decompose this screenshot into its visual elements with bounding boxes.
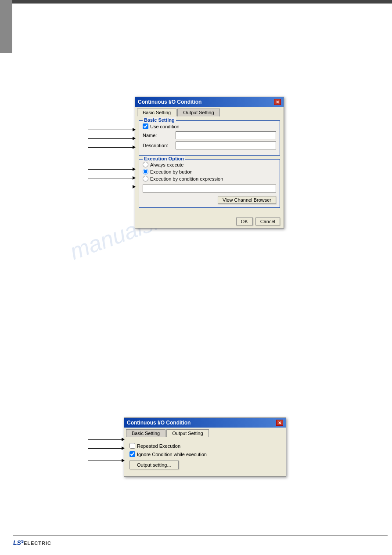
arrow-line-1 [88,130,135,130]
ignore-condition-label: Ignore Condition while execution [137,452,207,457]
basic-setting-group: Basic Setting Use condition Name: Descri… [139,120,280,156]
use-condition-checkbox[interactable] [143,123,148,129]
output-setting-row: Output setting... [129,461,281,469]
execution-by-button-row: Execution by button [143,169,276,174]
arrow-line-7 [88,439,124,440]
execution-option-group: Execution Option Always execute Executio… [139,159,280,208]
use-condition-label: Use condition [150,124,180,129]
name-field-row: Name: [143,131,276,139]
bottom-logo: LSSELECTRIC [13,535,388,546]
tab-bar-1: Basic Setting Output Setting [135,107,284,116]
side-decoration-bar [0,0,12,53]
ignore-condition-checkbox[interactable] [129,451,135,457]
dialog-close-button-2[interactable]: ✕ [276,420,283,426]
dialog-continuous-io-condition-1: Continuous I/O Condition ✕ Basic Setting… [135,97,284,229]
condition-expression-input[interactable] [143,185,276,192]
execution-option-group-label: Execution Option [143,156,185,161]
arrow-line-5 [88,178,135,178]
logo-electric: ELECTRIC [24,540,51,546]
dialog-content-2: Repeated Execution Ignore Condition whil… [124,437,286,476]
execution-by-condition-row: Execution by condition expression [143,176,276,181]
description-field-row: Description: [143,141,276,149]
repeated-execution-checkbox[interactable] [129,443,135,449]
output-setting-button[interactable]: Output setting... [129,461,179,469]
arrow-line-4 [88,169,135,170]
always-execute-radio[interactable] [143,162,148,167]
tab-bar-2: Basic Setting Output Setting [124,428,286,437]
dialog-continuous-io-condition-2: Continuous I/O Condition ✕ Basic Setting… [124,417,286,477]
execution-by-button-label: Execution by button [150,169,193,174]
arrow-line-9 [88,461,124,461]
dialog-footer-1: OK Cancel [135,215,284,228]
execution-by-button-radio[interactable] [143,169,148,174]
logo-ls: LS [13,539,21,546]
always-execute-label: Always execute [150,162,183,167]
dialog-close-button-1[interactable]: ✕ [274,99,281,105]
arrow-line-6 [88,187,135,187]
ok-button-1[interactable]: OK [236,218,253,225]
dialog-title-1: Continuous I/O Condition [138,99,201,105]
ignore-condition-row: Ignore Condition while execution [129,451,281,457]
description-label: Description: [143,143,176,148]
name-label: Name: [143,133,176,138]
top-decoration-bar [0,0,392,4]
view-channel-browser-button[interactable]: View Channel Browser [218,196,276,204]
tab-output-setting-1[interactable]: Output Setting [177,109,219,116]
always-execute-row: Always execute [143,162,276,167]
name-input[interactable] [176,131,276,139]
execution-by-condition-label: Execution by condition expression [150,176,223,181]
execution-by-condition-radio[interactable] [143,176,148,181]
cancel-button-1[interactable]: Cancel [255,218,280,225]
tab-basic-setting-2[interactable]: Basic Setting [126,429,165,437]
arrow-line-2 [88,138,135,139]
use-condition-row: Use condition [143,123,276,129]
tab-output-setting-2[interactable]: Output Setting [166,429,209,437]
repeated-execution-label: Repeated Execution [137,443,180,449]
dialog-titlebar-2: Continuous I/O Condition ✕ [124,418,286,428]
tab-basic-setting-1[interactable]: Basic Setting [137,109,176,116]
description-input[interactable] [176,141,276,149]
dialog-content-1: Basic Setting Use condition Name: Descri… [135,116,284,215]
dialog-titlebar-1: Continuous I/O Condition ✕ [135,97,284,107]
basic-setting-group-label: Basic Setting [143,117,176,123]
repeated-execution-row: Repeated Execution [129,443,281,449]
arrow-line-3 [88,147,135,148]
dialog-title-2: Continuous I/O Condition [127,420,191,426]
arrow-line-8 [88,448,124,449]
